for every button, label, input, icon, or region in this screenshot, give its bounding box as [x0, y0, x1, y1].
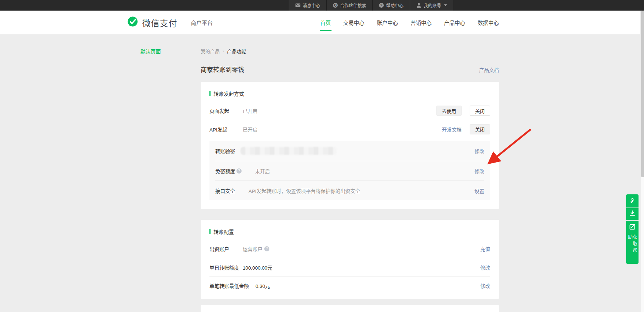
recharge-link[interactable]: 充值 — [480, 245, 490, 252]
page-title: 商家转账到零钱 — [201, 65, 244, 74]
breadcrumb-separator-icon: › — [223, 49, 224, 54]
nav-account-center[interactable]: 账户中心 — [377, 11, 398, 34]
sidebar-item-default-page[interactable]: 默认页面 — [140, 47, 161, 55]
api-security-description: API发起转账时，设置该项平台将保护你的出资安全 — [249, 187, 360, 194]
row-min-amount: 单笔转账最低金额 0.30元 修改 — [209, 276, 490, 294]
get-help-button[interactable]: 获取帮助 — [626, 221, 639, 264]
row-label: API发起 — [209, 126, 243, 133]
row-api-initiate: API发起 已开启 开发文档 关闭 — [209, 120, 490, 138]
funding-account-value: 运营账户 ? — [243, 245, 269, 252]
page-scrollbar — [640, 11, 644, 312]
topbar-partner-label: 合作伙伴搜索 — [340, 2, 366, 8]
nav-home[interactable]: 首页 — [320, 11, 331, 34]
download-button[interactable] — [626, 208, 639, 220]
go-use-button[interactable]: 去使用 — [436, 106, 462, 116]
nav-data-center[interactable]: 数据中心 — [478, 11, 499, 34]
transfer-method-card: 转账发起方式 页面发起 已开启 去使用 关闭 API发起 已开启 开发文档 — [201, 82, 499, 209]
wechat-pay-logo-icon — [127, 16, 139, 29]
get-help-label: 获取帮助 — [628, 235, 637, 260]
row-funding-account: 出资账户 运营账户 ? 充值 — [209, 240, 490, 258]
link-icon — [629, 197, 636, 205]
breadcrumb-product-features: 产品功能 — [227, 47, 246, 54]
dev-doc-link[interactable]: 开发文档 — [442, 126, 462, 133]
topbar-message-center[interactable]: 消息中心 — [289, 0, 326, 11]
modify-transfer-verify-link[interactable]: 修改 — [474, 147, 484, 155]
feedback-icon — [629, 224, 636, 232]
row-label: 页面发起 — [209, 107, 243, 114]
brand-name: 微信支付 — [142, 16, 177, 29]
user-icon — [416, 3, 421, 8]
scrollbar-thumb[interactable] — [641, 11, 644, 177]
portal-name: 商户平台 — [191, 19, 213, 26]
transfer-scene-card: 转账场景 查看申请记录 — [201, 305, 499, 312]
section-title-transfer-method: 转账发起方式 — [209, 90, 244, 97]
close-api-initiate-button[interactable]: 关闭 — [470, 124, 490, 134]
product-doc-link[interactable]: 产品文档 — [479, 66, 499, 73]
breadcrumb: 我的产品 › 产品功能 — [201, 47, 499, 54]
content: 我的产品 › 产品功能 商家转账到零钱 产品文档 转账发起方式 页面发起 已开启… — [201, 34, 499, 312]
row-api-security: 接口安全 API发起转账时，设置该项平台将保护你的出资安全 设置 — [215, 180, 484, 200]
header: 微信支付 商户平台 首页 交易中心 账户中心 营销中心 产品中心 数据中心 — [0, 11, 644, 34]
row-transfer-verify: 转账验密 修改 — [215, 141, 484, 161]
modify-daily-limit-link[interactable]: 修改 — [480, 264, 490, 271]
status-free-pass-limit: 未开启 — [255, 167, 270, 175]
transfer-config-card: 转账配置 出资账户 运营账户 ? 充值 单日转账额度 100,000.00元 — [201, 220, 499, 299]
topbar-help-label: 帮助中心 — [386, 2, 404, 8]
status-page-initiate: 已开启 — [243, 107, 258, 114]
nav-marketing-center[interactable]: 营销中心 — [410, 11, 432, 34]
row-label: 接口安全 — [215, 187, 235, 194]
row-label: 出资账户 — [209, 245, 243, 252]
mail-icon — [295, 3, 300, 8]
row-free-pass-limit: 免密额度 ? 未开启 修改 — [215, 161, 484, 180]
main-nav: 首页 交易中心 账户中心 营销中心 产品中心 数据中心 — [320, 11, 499, 34]
download-icon — [629, 210, 636, 218]
topbar: 消息中心 Q 合作伙伴搜索 ? 帮助中心 我的账号 — [0, 0, 644, 11]
section-title-transfer-config: 转账配置 — [209, 228, 234, 235]
row-label: 单笔转账最低金额 — [209, 282, 249, 289]
header-divider — [184, 19, 184, 27]
row-label: 单日转账额度 — [209, 264, 243, 271]
row-daily-limit: 单日转账额度 100,000.00元 修改 — [209, 258, 490, 276]
row-page-initiate: 页面发起 已开启 去使用 关闭 — [209, 102, 490, 120]
brand-logo[interactable]: 微信支付 — [127, 16, 177, 29]
info-tooltip-icon[interactable]: ? — [264, 246, 269, 251]
min-amount-value: 0.30元 — [255, 282, 270, 289]
partner-search-icon: Q — [333, 3, 338, 8]
merchant-platform-page: 消息中心 Q 合作伙伴搜索 ? 帮助中心 我的账号 — [0, 0, 644, 312]
redacted-value-blur — [240, 147, 337, 155]
close-page-initiate-button[interactable]: 关闭 — [470, 106, 490, 116]
nav-product-center[interactable]: 产品中心 — [444, 11, 465, 34]
topbar-account-menu[interactable]: 我的账号 — [410, 0, 453, 11]
status-api-initiate: 已开启 — [243, 126, 258, 133]
breadcrumb-my-products[interactable]: 我的产品 — [201, 47, 220, 54]
topbar-partner-search[interactable]: Q 合作伙伴搜索 — [326, 0, 372, 11]
row-label: 免密额度 ? — [215, 167, 242, 175]
api-settings-panel: 转账验密 修改 免密额度 ? 未开启 修改 接口安全 API发起转账时，设置该项… — [209, 141, 490, 200]
share-link-button[interactable] — [626, 194, 639, 208]
float-help-widget: 获取帮助 — [626, 194, 639, 264]
topbar-help-center[interactable]: ? 帮助中心 — [372, 0, 410, 11]
row-label: 转账验密 — [215, 147, 235, 155]
modify-min-amount-link[interactable]: 修改 — [480, 282, 490, 289]
help-icon: ? — [379, 3, 384, 8]
chevron-down-icon — [444, 4, 447, 6]
info-tooltip-icon[interactable]: ? — [236, 168, 242, 174]
nav-transaction-center[interactable]: 交易中心 — [343, 11, 364, 34]
topbar-message-label: 消息中心 — [303, 2, 320, 8]
modify-free-pass-limit-link[interactable]: 修改 — [474, 167, 484, 175]
setup-api-security-link[interactable]: 设置 — [474, 187, 484, 194]
daily-limit-value: 100,000.00元 — [243, 264, 272, 271]
topbar-account-label: 我的账号 — [424, 2, 441, 8]
title-row: 商家转账到零钱 产品文档 — [201, 65, 499, 74]
